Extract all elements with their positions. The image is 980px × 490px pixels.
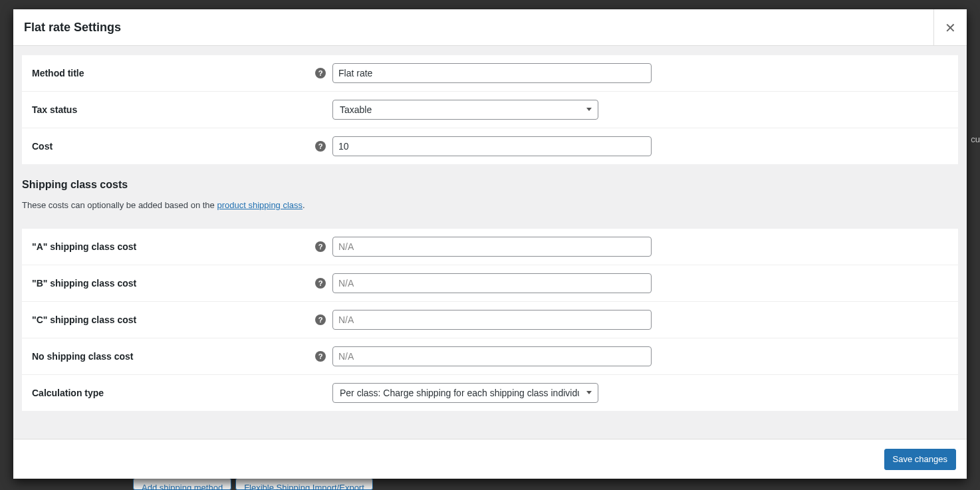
flexible-shipping-button[interactable]: Flexible Shipping Import/Export bbox=[235, 478, 373, 490]
help-icon[interactable]: ? bbox=[315, 314, 326, 325]
class-a-cost-input[interactable] bbox=[332, 237, 652, 257]
modal-footer: Save changes bbox=[13, 439, 967, 479]
main-settings-table: Method title ? Tax status Taxable bbox=[22, 55, 958, 164]
background-buttons: Add shipping method Flexible Shipping Im… bbox=[133, 478, 373, 490]
no-class-label: No shipping class cost bbox=[22, 338, 155, 375]
help-icon[interactable]: ? bbox=[315, 241, 326, 252]
no-class-cost-input[interactable] bbox=[332, 346, 652, 366]
help-icon[interactable]: ? bbox=[315, 351, 326, 362]
tax-status-label: Tax status bbox=[22, 92, 155, 128]
class-c-label: "C" shipping class cost bbox=[22, 302, 155, 338]
method-title-input[interactable] bbox=[332, 63, 652, 83]
help-icon[interactable]: ? bbox=[315, 278, 326, 289]
shipping-class-section-header: Shipping class costs These costs can opt… bbox=[22, 164, 958, 229]
close-icon: ✕ bbox=[945, 20, 956, 36]
help-icon[interactable]: ? bbox=[315, 141, 326, 152]
close-button[interactable]: ✕ bbox=[933, 9, 967, 46]
class-b-cost-input[interactable] bbox=[332, 273, 652, 293]
product-shipping-class-link[interactable]: product shipping class bbox=[217, 200, 303, 210]
tax-status-select[interactable]: Taxable bbox=[332, 100, 598, 120]
method-title-label: Method title bbox=[22, 55, 155, 92]
modal-header: Flat rate Settings ✕ bbox=[13, 9, 967, 46]
save-changes-button[interactable]: Save changes bbox=[884, 449, 956, 470]
settings-modal: Flat rate Settings ✕ Method title ? Tax … bbox=[13, 9, 967, 479]
modal-body: Method title ? Tax status Taxable bbox=[13, 46, 967, 439]
add-shipping-method-button[interactable]: Add shipping method bbox=[133, 478, 231, 490]
shipping-class-section-desc: These costs can optionally be added base… bbox=[22, 200, 958, 210]
calc-type-select[interactable]: Per class: Charge shipping for each ship… bbox=[332, 383, 598, 403]
modal-title: Flat rate Settings bbox=[24, 21, 121, 35]
cost-label: Cost bbox=[22, 128, 155, 165]
class-c-cost-input[interactable] bbox=[332, 310, 652, 330]
class-b-label: "B" shipping class cost bbox=[22, 265, 155, 302]
shipping-class-section-title: Shipping class costs bbox=[22, 179, 958, 191]
class-a-label: "A" shipping class cost bbox=[22, 229, 155, 265]
bg-partial-text: cu bbox=[971, 134, 980, 144]
calc-type-label: Calculation type bbox=[22, 375, 155, 412]
shipping-class-table: "A" shipping class cost ? "B" shipping c… bbox=[22, 229, 958, 411]
help-icon[interactable]: ? bbox=[315, 68, 326, 78]
cost-input[interactable] bbox=[332, 136, 652, 156]
